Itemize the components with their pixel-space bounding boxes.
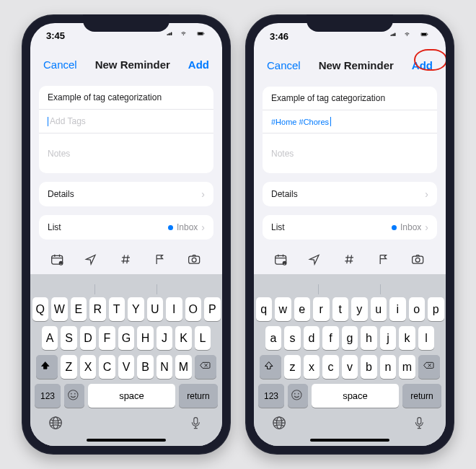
key-i[interactable]: i [389, 297, 406, 321]
cancel-button[interactable]: Cancel [43, 58, 77, 71]
key-h[interactable]: h [361, 326, 377, 350]
add-button[interactable]: Add [188, 58, 209, 71]
notes-field[interactable]: Notes [39, 133, 213, 173]
key-x[interactable]: X [80, 355, 97, 379]
key-r[interactable]: r [313, 297, 330, 321]
page-title: New Reminder [95, 58, 170, 71]
key-q[interactable]: q [256, 297, 273, 321]
key-m[interactable]: M [175, 355, 192, 379]
key-q[interactable]: Q [32, 297, 49, 321]
key-s[interactable]: S [61, 326, 77, 350]
location-icon[interactable] [304, 251, 326, 270]
key-t[interactable]: t [332, 297, 349, 321]
key-y[interactable]: y [351, 297, 368, 321]
key-f[interactable]: F [99, 326, 115, 350]
key-m[interactable]: m [399, 355, 415, 379]
home-indicator[interactable] [310, 439, 389, 442]
svg-line-45 [347, 255, 348, 264]
emoji-key[interactable] [288, 384, 308, 408]
space-key[interactable]: space [312, 384, 399, 408]
details-row[interactable]: Details › [39, 182, 213, 206]
key-a[interactable]: a [265, 326, 282, 350]
flag-icon[interactable] [374, 251, 395, 270]
suggestion-bar[interactable] [256, 279, 444, 297]
camera-icon[interactable] [184, 251, 206, 270]
hashtag-icon[interactable] [115, 251, 137, 270]
calendar-icon[interactable]: + [47, 251, 69, 270]
key-b[interactable]: b [361, 355, 377, 379]
return-key[interactable]: return [402, 384, 441, 408]
key-x[interactable]: x [304, 355, 320, 379]
tags-field[interactable]: #Home #Chores [263, 110, 437, 133]
key-o[interactable]: o [409, 297, 426, 321]
notes-field[interactable]: Notes [263, 133, 437, 173]
calendar-icon[interactable]: + [270, 251, 292, 270]
text-caret [330, 117, 331, 126]
chevron-right-icon: › [201, 222, 205, 233]
key-f[interactable]: f [322, 326, 339, 350]
key-z[interactable]: Z [61, 355, 77, 379]
key-w[interactable]: W [51, 297, 68, 321]
numbers-key[interactable]: 123 [35, 384, 61, 408]
key-j[interactable]: j [380, 326, 397, 350]
cancel-button[interactable]: Cancel [267, 59, 301, 71]
shift-key[interactable] [260, 355, 281, 379]
globe-icon[interactable] [272, 416, 288, 434]
key-k[interactable]: K [175, 326, 192, 350]
key-c[interactable]: c [322, 355, 339, 379]
key-e[interactable]: E [71, 297, 87, 321]
key-w[interactable]: w [275, 297, 291, 321]
key-h[interactable]: H [137, 326, 154, 350]
key-y[interactable]: Y [128, 297, 144, 321]
suggestion-bar[interactable] [32, 279, 220, 297]
key-n[interactable]: N [157, 355, 173, 379]
key-r[interactable]: R [89, 297, 106, 321]
location-icon[interactable] [81, 251, 102, 270]
key-p[interactable]: p [428, 297, 444, 321]
key-p[interactable]: P [204, 297, 221, 321]
key-v[interactable]: v [342, 355, 358, 379]
key-i[interactable]: I [166, 297, 182, 321]
flag-icon[interactable] [150, 251, 172, 270]
key-e[interactable]: e [294, 297, 311, 321]
key-o[interactable]: O [185, 297, 202, 321]
key-j[interactable]: J [157, 326, 173, 350]
hashtag-icon[interactable] [339, 251, 361, 270]
key-a[interactable]: A [42, 326, 58, 350]
shift-key[interactable] [36, 355, 58, 379]
tags-field[interactable]: Add Tags [39, 110, 213, 133]
add-button[interactable]: Add [412, 59, 433, 71]
key-u[interactable]: U [147, 297, 164, 321]
return-key[interactable]: return [179, 384, 218, 408]
title-field[interactable]: Example of tag categorization [263, 87, 437, 110]
key-c[interactable]: C [99, 355, 115, 379]
delete-key[interactable] [418, 355, 440, 379]
title-field[interactable]: Example of tag categorization [39, 86, 213, 110]
mic-icon[interactable] [413, 416, 428, 434]
delete-key[interactable] [195, 355, 216, 379]
space-key[interactable]: space [88, 384, 175, 408]
key-t[interactable]: T [109, 297, 125, 321]
key-l[interactable]: L [195, 326, 211, 350]
globe-icon[interactable] [48, 416, 64, 434]
key-n[interactable]: n [380, 355, 397, 379]
camera-icon[interactable] [407, 251, 429, 270]
key-d[interactable]: D [80, 326, 97, 350]
details-row[interactable]: Details › [263, 182, 437, 206]
home-indicator[interactable] [87, 439, 166, 442]
key-g[interactable]: g [342, 326, 358, 350]
list-row[interactable]: List Inbox› [263, 215, 437, 240]
key-b[interactable]: B [137, 355, 154, 379]
key-l[interactable]: l [418, 326, 435, 350]
list-row[interactable]: List Inbox› [39, 215, 213, 240]
key-k[interactable]: k [399, 326, 415, 350]
numbers-key[interactable]: 123 [258, 384, 284, 408]
key-z[interactable]: z [284, 355, 301, 379]
key-s[interactable]: s [284, 326, 301, 350]
key-v[interactable]: V [118, 355, 135, 379]
key-u[interactable]: u [371, 297, 387, 321]
mic-icon[interactable] [190, 416, 204, 434]
key-d[interactable]: d [304, 326, 320, 350]
emoji-key[interactable] [64, 384, 84, 408]
key-g[interactable]: G [118, 326, 135, 350]
